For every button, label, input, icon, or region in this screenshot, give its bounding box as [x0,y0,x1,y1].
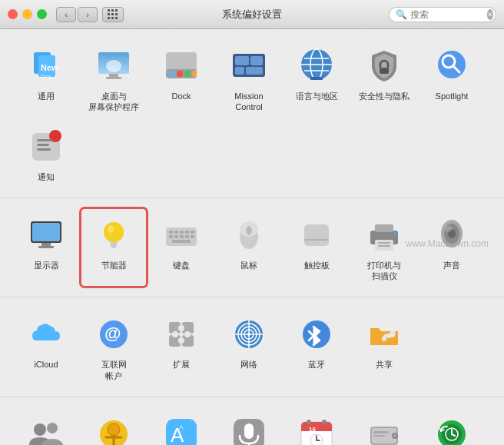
pref-item-mouse[interactable]: 鼠标 [215,208,283,288]
svg-rect-51 [169,235,173,238]
svg-rect-53 [180,235,184,238]
network-icon [227,313,270,356]
desktop-icon [92,45,135,88]
svg-rect-67 [378,245,390,247]
section-row2: 显示器 节能器 [0,198,504,298]
mission-label: MissionControl [234,91,263,113]
svg-rect-34 [37,148,51,151]
pref-item-parental[interactable]: 家长控制 [80,407,148,445]
security-icon [363,45,406,88]
pref-item-users[interactable]: 用户与群组 [12,407,80,445]
svg-rect-52 [174,235,178,238]
svg-point-95 [34,423,46,436]
svg-rect-33 [37,144,49,146]
general-icon: New Doc [25,45,68,88]
grid-view-button[interactable] [102,7,124,22]
search-clear-button[interactable]: ✕ [487,9,493,20]
pref-item-trackpad[interactable]: 触控板 [283,208,350,288]
pref-item-datetime[interactable]: 16 日期与时间 [283,407,350,445]
pref-item-dock[interactable]: Dock [148,38,215,119]
mouse-icon [227,214,270,257]
pref-item-startup[interactable]: 启动磁盘 [350,407,418,445]
section-row4: 用户与群组 家长控制 A [0,397,504,445]
notify-icon [25,125,68,168]
svg-point-81 [172,331,178,337]
timemachine-icon [430,413,473,445]
search-box[interactable]: 🔍 ✕ [389,7,496,22]
bluetooth-icon [295,313,338,356]
svg-rect-48 [180,231,184,234]
svg-point-68 [393,232,396,235]
pref-item-extensions[interactable]: 扩展 [148,307,215,387]
svg-rect-106 [244,423,254,439]
pref-item-mission[interactable]: MissionControl [215,38,283,119]
window-title: 系统偏好设置 [222,8,282,22]
mission-icon [227,45,270,88]
back-button[interactable]: ‹ [56,7,76,22]
spotlight-label: Spotlight [436,91,469,101]
dictation-icon [227,413,270,445]
display-label: 显示器 [34,260,59,271]
pref-item-general[interactable]: New Doc 通用 [12,38,80,119]
svg-rect-37 [41,243,51,246]
svg-rect-111 [301,427,332,431]
pref-item-timemachine[interactable]: Time Machine [418,407,486,445]
svg-rect-36 [32,223,60,241]
svg-rect-122 [373,431,389,433]
svg-text:Doc: Doc [41,73,51,80]
svg-rect-38 [38,246,54,248]
minimize-button[interactable] [22,9,32,19]
svg-rect-123 [373,435,385,437]
trackpad-label: 触控板 [304,260,330,271]
pref-item-sound[interactable]: 声音 [418,208,486,288]
startup-icon [363,413,406,445]
pref-item-dictation[interactable]: 听写与语音 [215,407,283,445]
pref-item-energy[interactable]: 节能器 [80,208,148,288]
svg-rect-32 [37,139,52,141]
close-button[interactable] [8,9,18,19]
printer-icon [363,214,406,257]
pref-item-keyboard[interactable]: 键盘 [148,208,215,288]
svg-rect-55 [191,235,194,238]
pref-item-appstore[interactable]: A App Store [148,407,215,445]
svg-rect-47 [174,231,178,234]
pref-item-network[interactable]: 网络 [215,307,283,387]
pref-item-language[interactable]: 语言与地区 [283,38,350,119]
sound-label: 声音 [443,260,460,271]
svg-point-113 [307,420,311,424]
pref-item-notify[interactable]: 通知 [12,119,80,188]
pref-item-desktop[interactable]: 桌面与屏幕保护程序 [80,38,148,119]
svg-point-43 [104,222,124,242]
search-input[interactable] [410,9,487,20]
pref-item-internet[interactable]: @ 互联网帐户 [80,307,148,387]
maximize-button[interactable] [37,9,47,19]
pref-item-spotlight[interactable]: Spotlight [418,38,486,119]
forward-button[interactable]: › [78,7,98,22]
extensions-label: 扩展 [173,359,190,370]
svg-point-80 [178,337,184,344]
pref-item-display[interactable]: 显示器 [12,208,80,288]
svg-point-93 [382,337,386,341]
pref-item-sharing[interactable]: 共享 [350,307,418,387]
svg-point-114 [322,420,327,424]
users-icon [25,413,68,445]
extensions-icon [160,313,203,356]
pref-item-bluetooth[interactable]: 蓝牙 [283,307,350,387]
svg-rect-49 [185,231,189,234]
traffic-lights [8,9,47,19]
language-label: 语言与地区 [296,91,338,101]
internet-icon: @ [92,313,135,356]
svg-rect-50 [191,231,194,234]
svg-point-79 [178,325,184,331]
dock-icon [160,45,203,88]
svg-point-44 [108,225,114,233]
display-icon [25,214,68,257]
pref-item-printer[interactable]: 打印机与扫描仪 [350,208,418,288]
security-label: 安全性与隐私 [359,91,410,101]
svg-point-60 [246,227,252,234]
pref-item-security[interactable]: 安全性与隐私 [350,38,418,119]
network-label: 网络 [240,359,257,370]
sharing-label: 共享 [376,359,393,370]
pref-item-icloud[interactable]: iCloud [12,307,80,387]
notify-label: 通知 [38,171,55,182]
